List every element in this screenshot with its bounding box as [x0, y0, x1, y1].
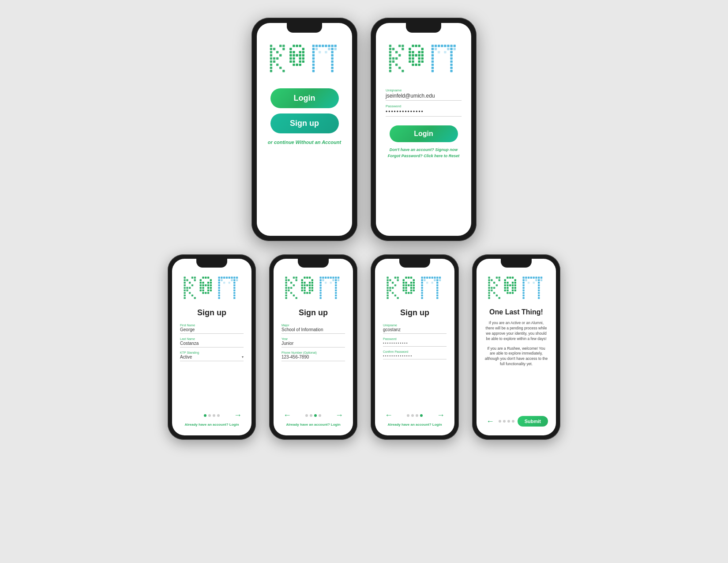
ktp-logo-signup1	[183, 276, 240, 302]
phone-signup1-inner: Sign up First Name George Last Name Cost…	[172, 259, 251, 435]
year-group: Year Junior	[281, 337, 345, 348]
signup-uniqname-group: Uniqname gcostanz	[383, 324, 447, 334]
already-account-signup2: Already have an account? Login	[286, 423, 340, 427]
submit-button[interactable]: Submit	[518, 416, 548, 427]
ktp-logo-login	[388, 43, 459, 76]
or-continue-text: or continue Without an Account	[268, 140, 341, 145]
one-last-pagination: ← Submit	[484, 412, 548, 427]
dot-3	[507, 420, 510, 423]
dot-4	[512, 420, 514, 423]
uniqname-label: Uniqname	[386, 88, 462, 92]
password-group: Password ••••••••••••••	[386, 104, 462, 117]
dot-1	[499, 420, 501, 423]
ktp-standing-group: KTP Standing Active ▾	[180, 351, 244, 361]
phone-input[interactable]: 123-456-7890	[281, 355, 345, 361]
ktp-standing-dropdown[interactable]: Active ▾	[180, 355, 244, 361]
first-name-label: First Name	[180, 324, 244, 327]
dot-3	[314, 414, 317, 417]
notch-signup1	[196, 259, 227, 268]
confirm-password-input[interactable]: ••••••••••••••	[383, 354, 447, 359]
phone-label: Phone Number (Optional)	[281, 351, 345, 354]
signup2-pagination: ← →	[281, 407, 345, 420]
signup1-title: Sign up	[197, 308, 226, 317]
forward-arrow-signup3[interactable]: →	[435, 411, 447, 420]
phone-group: Phone Number (Optional) 123-456-7890	[281, 351, 345, 361]
already-account-signup3: Already have an account? Login	[387, 423, 442, 427]
major-input[interactable]: School of Information	[281, 327, 345, 334]
one-last-title: One Last Thing!	[489, 308, 543, 316]
uniqname-input[interactable]: jseinfeld@umich.edu	[386, 93, 462, 101]
dot-4	[217, 414, 220, 417]
back-arrow-signup2[interactable]: ←	[281, 411, 293, 420]
screen-signup2: Sign up Major School of Information Year…	[274, 268, 353, 435]
phone-signup2-inner: Sign up Major School of Information Year…	[274, 259, 353, 435]
ktp-logo-splash	[269, 43, 340, 76]
no-account-text: Don't have an account? Signup now	[390, 147, 458, 152]
dot-3	[416, 414, 418, 417]
login-button-splash[interactable]: Login	[270, 88, 339, 108]
dots-signup1	[204, 414, 220, 417]
confirm-password-group: Confirm Password ••••••••••••••	[383, 350, 447, 359]
dot-2	[411, 414, 414, 417]
forward-arrow-signup1[interactable]: →	[232, 411, 244, 420]
signup1-pagination: ← →	[180, 407, 244, 420]
dot-1	[305, 414, 308, 417]
signup-password-input[interactable]: ••••••••••••	[383, 341, 447, 347]
phone-signup2: Sign up Major School of Information Year…	[269, 254, 357, 440]
screen-signup3: Sign up Uniqname gcostanz Password •••••…	[375, 268, 454, 435]
dot-3	[213, 414, 215, 417]
ktp-logo-one-last	[488, 276, 545, 302]
top-row: Login Sign up or continue Without an Acc…	[251, 18, 477, 241]
bottom-row: Sign up First Name George Last Name Cost…	[168, 254, 560, 440]
login-link-signup3[interactable]: Login	[432, 423, 442, 427]
year-input[interactable]: Junior	[281, 341, 345, 348]
dot-2	[503, 420, 506, 423]
back-arrow-signup3[interactable]: ←	[383, 411, 394, 420]
major-group: Major School of Information	[281, 324, 345, 334]
ktp-logo-signup2	[285, 276, 342, 302]
without-account-link[interactable]: Without an Account	[296, 140, 341, 145]
phone-login: Uniqname jseinfeld@umich.edu Password ••…	[371, 18, 477, 241]
phone-one-last: One Last Thing! If you are an Active or …	[472, 254, 560, 440]
first-name-input[interactable]: George	[180, 327, 244, 334]
screen-signup1: Sign up First Name George Last Name Cost…	[172, 268, 251, 435]
login-link-signup1[interactable]: Login	[229, 423, 239, 427]
forward-arrow-signup2[interactable]: →	[334, 411, 345, 420]
uniqname-group: Uniqname jseinfeld@umich.edu	[386, 88, 462, 101]
phone-splash-inner: Login Sign up or continue Without an Acc…	[257, 23, 352, 236]
reset-password-link[interactable]: Click here to Reset	[424, 154, 459, 158]
login-link-signup2[interactable]: Login	[331, 423, 341, 427]
dot-1	[407, 414, 409, 417]
already-account-signup1: Already have an account? Login	[184, 423, 239, 427]
dots-one-last	[499, 420, 514, 423]
signup-uniqname-input[interactable]: gcostanz	[383, 327, 447, 334]
notch-one-last	[501, 259, 532, 268]
chevron-down-icon: ▾	[242, 355, 244, 359]
phone-signup3: Sign up Uniqname gcostanz Password •••••…	[371, 254, 459, 440]
signup2-title: Sign up	[299, 308, 328, 317]
ktp-standing-label: KTP Standing	[180, 351, 244, 354]
notch-splash	[287, 23, 322, 33]
login-button[interactable]: Login	[390, 125, 458, 142]
signup-uniqname-label: Uniqname	[383, 324, 447, 327]
dot-4	[420, 414, 423, 417]
notch-signup2	[298, 259, 329, 268]
signup-link[interactable]: Signup now	[435, 147, 458, 152]
info-text-1: If you are an Active or an Alumni, there…	[484, 321, 548, 342]
last-name-label: Last Name	[180, 337, 244, 340]
signup-password-label: Password	[383, 337, 447, 340]
signup-button-splash[interactable]: Sign up	[270, 113, 339, 133]
signup-password-group: Password ••••••••••••	[383, 337, 447, 347]
back-arrow-one-last[interactable]: ←	[484, 417, 496, 426]
dots-signup2	[305, 414, 321, 417]
dot-2	[208, 414, 211, 417]
dot-2	[310, 414, 312, 417]
year-label: Year	[281, 337, 345, 340]
password-label: Password	[386, 104, 462, 108]
last-name-input[interactable]: Costanza	[180, 341, 244, 348]
confirm-password-label: Confirm Password	[383, 350, 447, 353]
info-text-2: If you are a Rushee, welcome! You are ab…	[484, 346, 548, 367]
password-input[interactable]: ••••••••••••••	[386, 109, 462, 117]
forgot-password-text: Forgot Password? Click here to Reset	[388, 154, 460, 158]
ktp-standing-value: Active	[180, 355, 242, 359]
